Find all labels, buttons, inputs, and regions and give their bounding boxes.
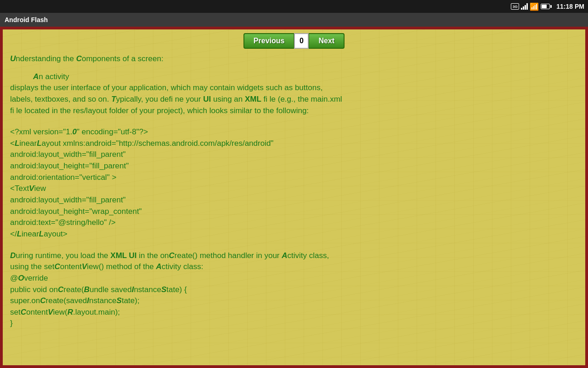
next-button[interactable]: Next <box>309 33 345 49</box>
code-super: super.onCreate(savedInstanceState); <box>10 295 578 307</box>
battery-icon <box>541 4 552 9</box>
wifi-icon: 📶 <box>530 2 539 11</box>
content-line-runtime-2: using the setContentView() method of the… <box>10 261 578 273</box>
content-line-runtime-1: During runtime, you load the XML UI in t… <box>10 250 578 262</box>
content-line-3: displays the user interface of your appl… <box>10 82 578 94</box>
bars-icon <box>521 3 528 10</box>
previous-button[interactable]: Previous <box>243 33 294 49</box>
code-line-6: <TextView <box>10 183 578 195</box>
page-input[interactable] <box>294 33 309 49</box>
content-line-1: Understanding the Components of a screen… <box>10 53 578 65</box>
app-title: Android Flash <box>5 16 48 23</box>
code-line-8: android:layout_height="wrap_content" <box>10 206 578 218</box>
content-area: Understanding the Components of a screen… <box>3 53 585 334</box>
signal-icon: 3G <box>511 3 519 10</box>
nav-bar: Previous Next <box>3 29 585 53</box>
status-bar: 3G 📶 11:18 PM <box>0 0 588 13</box>
content-line-2: An activity <box>10 71 578 83</box>
code-line-7: android:layout_width="fill_parent" <box>10 195 578 206</box>
code-line-4: android:layout_height="fill_parent" <box>10 161 578 172</box>
code-override: @Override <box>10 273 578 284</box>
spacer-1 <box>10 65 578 71</box>
code-line-5: android:orientation="vertical" > <box>10 172 578 184</box>
code-close-brace: } <box>10 318 578 329</box>
status-icons: 3G 📶 11:18 PM <box>511 2 584 11</box>
content-line-4: labels, textboxes, and so on. Typically,… <box>10 94 578 105</box>
code-public-void: public void onCreate(Bundle savedInstanc… <box>10 284 578 296</box>
content-line-5: fi le located in the res/layout folder o… <box>10 105 578 117</box>
spacer-2 <box>10 116 578 123</box>
code-line-1: <?xml version="1.0" encoding="utf-8"?> <box>10 126 578 138</box>
code-block: <?xml version="1.0" encoding="utf-8"?> <… <box>10 126 578 240</box>
title-bar: Android Flash <box>0 13 588 27</box>
code-setcontent: setContentView(R.layout.main); <box>10 307 578 318</box>
code-line-9: android:text="@string/hello" /> <box>10 217 578 229</box>
main-area: Previous Next Understanding the Componen… <box>0 27 588 368</box>
code-line-2: <LinearLayout xmlns:android="http://sche… <box>10 138 578 150</box>
spacer-3 <box>10 244 578 250</box>
code-line-10: </LinearLayout> <box>10 229 578 240</box>
time-display: 11:18 PM <box>556 3 584 10</box>
code-line-3: android:layout_width="fill_parent" <box>10 149 578 161</box>
